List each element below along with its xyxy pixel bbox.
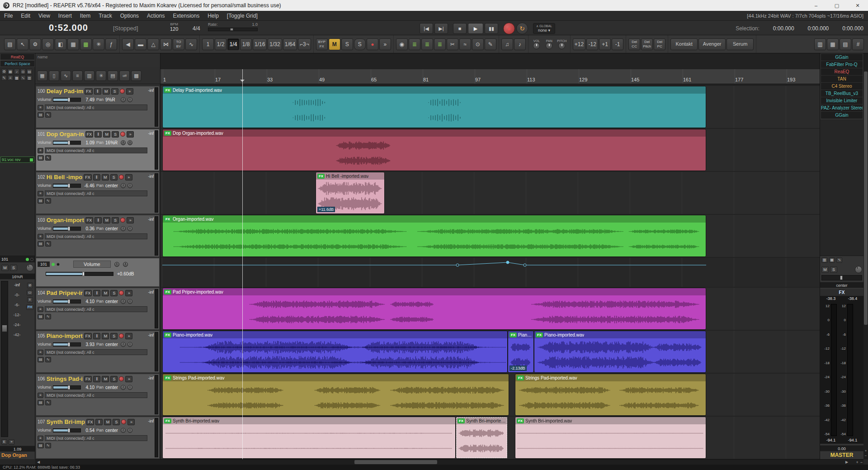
envelope-param-button[interactable]: Volume [73, 261, 111, 268]
bpm-display[interactable]: BPM 120 [170, 22, 178, 32]
item-properties-icon[interactable]: ▬ [135, 38, 146, 50]
item-fx-badge[interactable]: FX [536, 332, 543, 337]
item-fx-badge[interactable]: FX [509, 332, 517, 337]
selection-end[interactable]: 0:00.000 [808, 25, 829, 32]
menu-insert[interactable]: Insert [54, 13, 76, 19]
dock-fx-slot-0[interactable]: ReaEQ [0, 53, 35, 60]
track-fx-button[interactable]: FX [85, 217, 94, 223]
region-marker-voc-rev[interactable]: 91:voc rev [0, 157, 34, 163]
horizontal-zoom-buttons[interactable]: +− [856, 460, 863, 465]
item-fx-badge[interactable]: FX [164, 131, 171, 136]
track-record-arm-button[interactable] [119, 290, 124, 295]
item-fx-badge[interactable]: FX [164, 88, 171, 93]
track-record-arm-button[interactable] [119, 175, 124, 180]
track-fx-button[interactable]: FX [84, 333, 92, 339]
media-item-delay-pad[interactable]: FXDelay Pad-imported.wav [162, 86, 706, 128]
lane-pad-pripev[interactable]: FXPad Pripev-imported.wav [160, 288, 820, 330]
go-to-end-button[interactable]: ▶| [434, 23, 448, 34]
menu-file[interactable]: File [0, 13, 17, 19]
track-width-knob[interactable] [127, 183, 132, 188]
item-fx-badge[interactable]: FX [164, 290, 171, 294]
track-width-knob[interactable] [127, 97, 132, 102]
track-solo-button[interactable]: S [110, 376, 118, 382]
track-monitor-button[interactable]: » [125, 174, 132, 180]
track-envelope-button[interactable]: ‖ [94, 131, 102, 138]
vertical-scroll-thumb[interactable] [864, 71, 868, 325]
track-volume-slider[interactable] [53, 141, 81, 145]
track-envelope-button[interactable]: ‖ [93, 333, 100, 339]
media-item-synth-1[interactable]: FXSynth Bri-imported.wav [162, 417, 456, 459]
record-button[interactable]: ● [503, 23, 515, 34]
media-item-piano-3[interactable]: FXPiano-imported.wav [534, 331, 706, 373]
track-io-button[interactable]: ≡ [38, 393, 43, 398]
delete-pitch-button[interactable]: DelPitch [641, 38, 653, 50]
quantize-icon[interactable]: ◉ [396, 38, 408, 50]
track-record-arm-button[interactable] [119, 333, 124, 338]
razor-edit-icon[interactable]: ✂ [447, 38, 458, 50]
record-toggle-button[interactable]: ● [367, 38, 378, 50]
fx-chain-item-7[interactable]: PAZ- Analyzer Stereo [821, 104, 863, 112]
track-monitor-button[interactable]: » [126, 88, 133, 95]
tcp-list-icon[interactable]: ≡ [72, 71, 83, 81]
item-fx-badge[interactable]: FX [164, 375, 171, 380]
timeline-ruler[interactable]: 1173349658197113129145161177193 [160, 69, 820, 84]
track-pan-knob[interactable] [121, 97, 126, 102]
crossfade-icon[interactable]: ⋈ [160, 38, 172, 50]
track-monitor-button[interactable]: » [127, 419, 135, 425]
transpose-plus-1-button[interactable]: +1 [599, 38, 611, 50]
track-mute-button[interactable]: M [102, 376, 109, 382]
track-mute-button[interactable]: M [103, 131, 110, 138]
track-pan-knob[interactable] [121, 428, 126, 433]
item-fx-badge[interactable]: FX [164, 217, 171, 222]
item-fx-badge[interactable]: FX [164, 332, 171, 337]
track-volume-slider[interactable] [53, 342, 81, 347]
track-mute-button[interactable]: M [102, 174, 109, 180]
track-folder-button[interactable]: ▤ [38, 241, 44, 247]
routing-matrix-icon[interactable]: # [852, 38, 864, 50]
arrange-view[interactable]: 1173349658197113129145161177193 FXDelay … [160, 53, 820, 459]
track-midi-input[interactable]: MIDI (not connected): All c [45, 104, 147, 110]
tcp-grid-icon[interactable]: ▦ [37, 71, 47, 81]
mixer-fader-handle[interactable] [2, 325, 7, 332]
play-button[interactable]: ▶ [468, 23, 483, 34]
metronome-icon[interactable]: △ [147, 38, 159, 50]
master-pan-handle[interactable] [840, 275, 843, 280]
media-item-dop-organ[interactable]: FXDop Organ-imported.wav [162, 129, 706, 171]
note-1-button[interactable]: 1 [202, 38, 214, 50]
item-fx-badge[interactable]: FX [517, 418, 524, 423]
metronome-settings-icon[interactable]: ✳ [93, 38, 104, 50]
track-mute-button[interactable]: M [102, 290, 109, 296]
envelope-bypass-dot[interactable] [57, 263, 60, 266]
track-envelope-visibility-button[interactable]: ∿ [45, 198, 51, 204]
track-io-button[interactable]: ≡ [38, 307, 43, 312]
mixer-solo-button[interactable]: S [10, 265, 17, 271]
media-item-piano-1[interactable]: FXPiano-imported.wav [162, 331, 508, 373]
track-record-arm-button[interactable] [121, 419, 126, 424]
minimize-button[interactable]: – [806, 0, 826, 11]
track-solo-button[interactable]: S [110, 174, 118, 180]
lane-dop-organ[interactable]: FXDop Organ-imported.wav [160, 129, 820, 171]
item-fx-badge[interactable]: FX [458, 418, 465, 423]
track-width-knob[interactable] [127, 299, 132, 304]
tcp-snowflake-icon[interactable]: ✳ [96, 71, 106, 81]
stop-button[interactable]: ■ [453, 23, 467, 34]
kontakt-button[interactable]: Kontakt [670, 38, 698, 50]
spectral-view-icon[interactable]: ⊙ [472, 38, 484, 50]
track-mute-button[interactable]: M [103, 217, 110, 223]
mixer-pan-readout[interactable]: 16%R [0, 273, 35, 280]
track-volume-slider[interactable] [53, 428, 81, 432]
dock-matrix-icon[interactable]: ▩ [14, 75, 19, 81]
track-io-button[interactable]: ≡ [38, 234, 43, 239]
mixer-fx-enable-button[interactable]: E [1, 439, 7, 445]
solo-exclusive-button[interactable]: S [354, 38, 366, 50]
track-envelope-button[interactable]: ‖ [93, 290, 100, 296]
track-envelope-button[interactable]: ‖ [94, 217, 102, 223]
track-monitor-button[interactable]: » [125, 333, 132, 339]
lane-synth-bri[interactable]: FXSynth Bri-imported.wav FXSynth Bri-imp… [160, 417, 820, 459]
go-to-start-button[interactable]: |◀ [420, 23, 433, 34]
note-1-16-button[interactable]: 1/16 [253, 38, 267, 50]
dock-settings-icon[interactable]: ⚙ [1, 69, 7, 74]
settings-icon[interactable]: ⚙ [29, 38, 41, 50]
track-envelope-button[interactable]: ‖ [95, 419, 103, 425]
serum-button[interactable]: Serum [726, 38, 754, 50]
